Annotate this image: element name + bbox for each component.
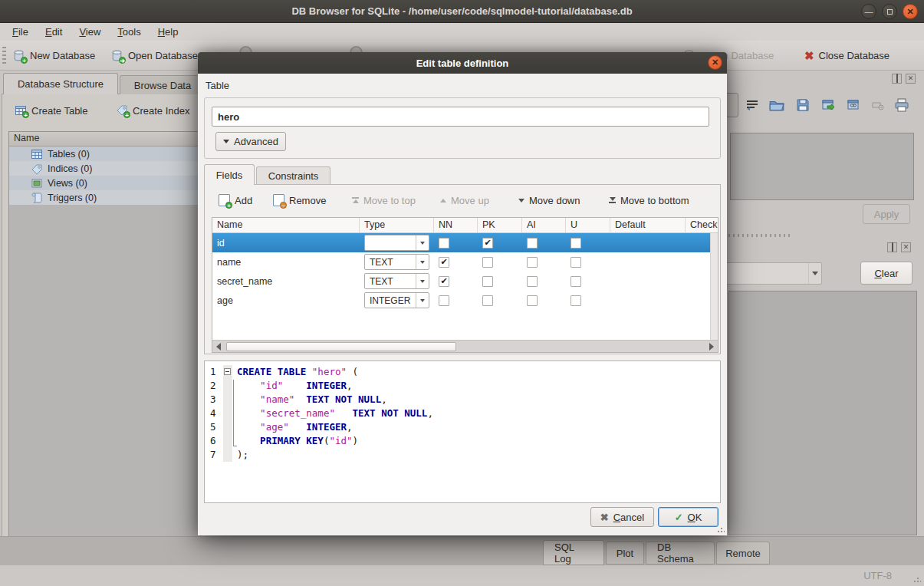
nn-checkbox[interactable]	[439, 257, 449, 268]
close-window-button[interactable]: ✕	[903, 4, 918, 19]
dialog-titlebar[interactable]: Edit table definition ✕	[198, 52, 727, 74]
col-header-ai[interactable]: AI	[522, 218, 566, 232]
sql-preview[interactable]: 1CREATE TABLE "hero" ( 2 "id" INTEGER, 3…	[204, 360, 721, 503]
open-database-button[interactable]: ➜ Open Database	[107, 45, 201, 66]
menu-tools[interactable]: Tools	[110, 25, 148, 39]
field-row-secret-name[interactable]: secret_name TEXT	[212, 272, 718, 291]
create-index-button[interactable]: + Create Index	[113, 100, 192, 120]
ok-button[interactable]: ✓ OK	[658, 507, 718, 527]
u-checkbox[interactable]	[571, 295, 581, 306]
dock-float-button-2[interactable]	[887, 242, 897, 252]
sql-editor-area[interactable]	[728, 291, 917, 535]
pk-checkbox[interactable]	[482, 238, 493, 249]
new-database-button[interactable]: + New Database	[9, 45, 98, 66]
u-checkbox[interactable]	[571, 238, 581, 249]
type-combo[interactable]: INTEGER	[364, 292, 429, 308]
type-combo[interactable]: TEXT	[364, 254, 429, 270]
dock-splitter[interactable]	[728, 234, 790, 237]
default-cell[interactable]	[610, 291, 686, 310]
toolbar-grip[interactable]	[2, 47, 6, 64]
nn-checkbox[interactable]	[439, 295, 449, 306]
col-header-default[interactable]: Default	[610, 218, 686, 232]
cell-editor-area[interactable]	[730, 133, 914, 200]
u-checkbox[interactable]	[571, 276, 581, 287]
menu-help[interactable]: Help	[150, 25, 186, 39]
create-table-button[interactable]: + Create Table	[12, 100, 90, 120]
menu-file[interactable]: File	[5, 25, 36, 39]
tab-constraints[interactable]: Constraints	[256, 166, 330, 185]
link-icon[interactable]	[843, 95, 863, 115]
type-combo[interactable]: INTEGER	[364, 235, 429, 251]
window-titlebar[interactable]: DB Browser for SQLite - /home/user/code/…	[0, 0, 924, 23]
tab-browse-data[interactable]: Browse Data	[120, 75, 206, 94]
fields-horizontal-scrollbar[interactable]	[212, 340, 718, 352]
dock-float-button[interactable]	[892, 74, 902, 84]
add-field-button[interactable]: + Add	[215, 190, 255, 210]
default-cell[interactable]	[610, 233, 686, 252]
menu-edit[interactable]: Edit	[38, 25, 70, 39]
remove-field-button[interactable]: − Remove	[270, 190, 329, 210]
field-row-name[interactable]: name TEXT	[212, 252, 718, 272]
tab-remote[interactable]: Remote	[716, 542, 770, 565]
tab-fields[interactable]: Fields	[204, 164, 255, 185]
dock-close-button[interactable]: ✕	[906, 74, 916, 84]
cancel-button[interactable]: ✖ Cancel	[590, 507, 654, 527]
table-name-input[interactable]: hero	[212, 107, 709, 127]
pk-checkbox[interactable]	[482, 276, 493, 287]
tree-item-views[interactable]: Views (0)	[9, 176, 201, 190]
nn-checkbox[interactable]	[439, 238, 449, 249]
fold-marker-icon[interactable]	[224, 368, 231, 375]
move-down-button[interactable]: Move down	[515, 190, 583, 210]
default-cell[interactable]	[610, 252, 686, 272]
move-to-top-button[interactable]: Move to top	[349, 190, 419, 210]
text-lines-icon[interactable]	[742, 95, 762, 115]
move-to-bottom-button[interactable]: Move to bottom	[606, 190, 692, 210]
default-cell[interactable]	[610, 272, 686, 291]
resize-grip[interactable]	[913, 575, 921, 583]
tree-column-header[interactable]: Name	[9, 132, 201, 146]
advanced-button[interactable]: Advanced	[215, 132, 286, 151]
ai-checkbox[interactable]	[527, 238, 538, 249]
pk-checkbox[interactable]	[482, 257, 493, 268]
col-header-nn[interactable]: NN	[434, 218, 478, 232]
scroll-right-icon[interactable]	[705, 341, 718, 353]
move-up-button[interactable]: Move up	[437, 190, 492, 210]
menu-view[interactable]: View	[71, 25, 108, 39]
type-combo[interactable]: TEXT	[364, 273, 429, 289]
import-icon[interactable]	[767, 95, 787, 115]
pk-checkbox[interactable]	[482, 295, 493, 306]
field-row-age[interactable]: age INTEGER	[212, 291, 718, 310]
unlink-icon[interactable]	[868, 95, 888, 115]
dock-close-button-2[interactable]: ✕	[901, 242, 911, 252]
ai-checkbox[interactable]	[527, 276, 538, 287]
tree-item-triggers[interactable]: Triggers (0)	[9, 190, 201, 205]
tree-item-tables[interactable]: Tables (0)	[9, 146, 201, 161]
tab-db-schema[interactable]: DB Schema	[646, 542, 715, 565]
col-header-check[interactable]: Check	[686, 218, 718, 232]
print-icon[interactable]	[892, 95, 912, 115]
minimize-button[interactable]: —	[861, 4, 876, 19]
col-header-pk[interactable]: PK	[478, 218, 522, 232]
fields-vertical-scrollbar[interactable]	[710, 233, 718, 341]
close-database-button[interactable]: ✖ Close Database	[801, 45, 893, 66]
dialog-resize-grip[interactable]	[717, 525, 725, 533]
scrollbar-thumb[interactable]	[226, 342, 456, 351]
save-icon[interactable]	[793, 95, 813, 115]
col-header-u[interactable]: U	[566, 218, 610, 232]
col-header-type[interactable]: Type	[360, 218, 434, 232]
ai-checkbox[interactable]	[527, 257, 538, 268]
tab-sql-log[interactable]: SQL Log	[543, 540, 604, 565]
maximize-button[interactable]	[882, 4, 897, 19]
clear-button[interactable]: Clear	[860, 262, 912, 285]
col-header-name[interactable]: Name	[212, 218, 360, 232]
tab-plot[interactable]: Plot	[606, 542, 644, 565]
tab-database-structure[interactable]: Database Structure	[3, 73, 118, 94]
encoding-indicator[interactable]: UTF-8	[863, 570, 892, 581]
apply-button[interactable]: Apply	[863, 204, 910, 224]
u-checkbox[interactable]	[571, 257, 581, 268]
dialog-close-button[interactable]: ✕	[708, 55, 722, 70]
nn-checkbox[interactable]	[439, 276, 449, 287]
open-in-window-icon[interactable]	[818, 95, 838, 115]
field-row-id[interactable]: id INTEGER	[212, 233, 718, 252]
scroll-left-icon[interactable]	[212, 341, 225, 353]
